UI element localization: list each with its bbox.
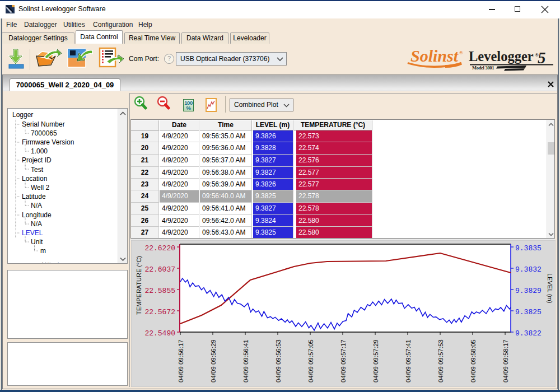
svg-text:04/09 09:57:53: 04/09 09:57:53 bbox=[437, 339, 444, 382]
svg-text:04/09 09:57:29: 04/09 09:57:29 bbox=[372, 339, 379, 382]
svg-text:9.3835: 9.3835 bbox=[515, 244, 542, 253]
svg-text:04/09 09:57:41: 04/09 09:57:41 bbox=[405, 339, 412, 382]
svg-text:22.6037: 22.6037 bbox=[144, 265, 175, 274]
svg-text:9.3829: 9.3829 bbox=[515, 287, 542, 295]
svg-text:22.5490: 22.5490 bbox=[144, 329, 175, 338]
svg-text:04/09 09:56:41: 04/09 09:56:41 bbox=[242, 339, 249, 382]
svg-text:04/09 09:58:17: 04/09 09:58:17 bbox=[502, 339, 509, 382]
svg-text:LEVEL (m): LEVEL (m) bbox=[547, 273, 553, 303]
svg-text:04/09 09:57:17: 04/09 09:57:17 bbox=[340, 339, 347, 382]
svg-text:04/09 09:58:05: 04/09 09:58:05 bbox=[470, 339, 477, 382]
svg-text:04/09 09:56:53: 04/09 09:56:53 bbox=[275, 339, 282, 382]
svg-text:04/09 09:57:05: 04/09 09:57:05 bbox=[307, 339, 314, 382]
svg-text:TEMPERATURE (°C): TEMPERATURE (°C) bbox=[136, 256, 142, 315]
svg-text:9.3832: 9.3832 bbox=[515, 265, 542, 274]
svg-text:04/09 09:56:17: 04/09 09:56:17 bbox=[178, 339, 184, 382]
svg-text:04/09 09:56:29: 04/09 09:56:29 bbox=[210, 339, 217, 382]
svg-text:9.3822: 9.3822 bbox=[515, 329, 542, 338]
svg-text:9.3825: 9.3825 bbox=[515, 308, 542, 316]
svg-text:22.6220: 22.6220 bbox=[144, 244, 175, 253]
svg-text:22.5855: 22.5855 bbox=[144, 287, 175, 295]
svg-text:22.5672: 22.5672 bbox=[144, 308, 175, 316]
